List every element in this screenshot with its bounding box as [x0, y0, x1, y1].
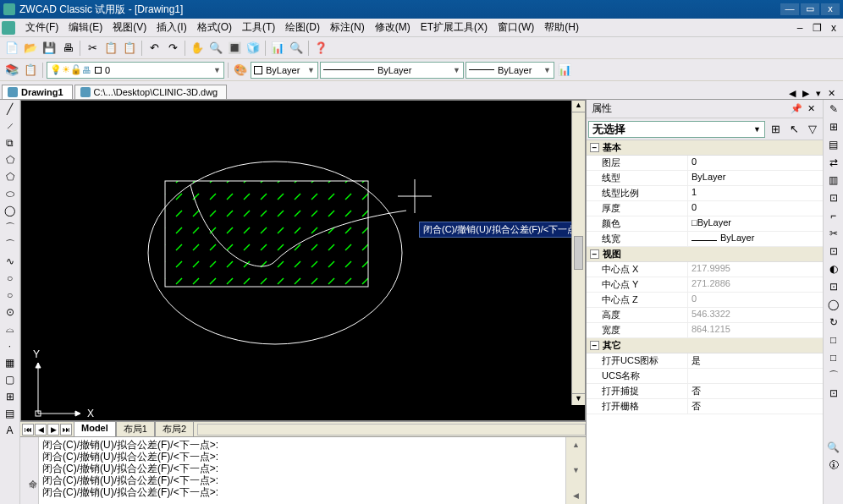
- layer-prev-icon[interactable]: 📋: [22, 62, 39, 79]
- layout-nav[interactable]: ⏭: [60, 424, 72, 436]
- draw-tool-9[interactable]: ∿: [2, 254, 19, 269]
- bylayer-icon[interactable]: 📊: [556, 62, 573, 79]
- toolbar-btn-11[interactable]: 🔳: [226, 40, 243, 57]
- draw-tool-3[interactable]: ⬠: [2, 152, 19, 167]
- color-icon[interactable]: 🎨: [232, 62, 249, 79]
- layout-tab-布局2[interactable]: 布局2: [155, 421, 194, 437]
- prop-category[interactable]: −基本: [587, 140, 823, 156]
- prop-row[interactable]: 线型比例1: [587, 186, 823, 201]
- draw-tool-0[interactable]: ╱: [2, 101, 19, 117]
- window-close-button[interactable]: x: [821, 3, 840, 15]
- toolbar-btn-2[interactable]: 💾: [41, 40, 58, 57]
- command-window[interactable]: 命令 闭合(C)/撤销(U)/拟合公差(F)/<下一点>:闭合(C)/撤销(U)…: [20, 436, 586, 504]
- pin-icon[interactable]: 📌: [788, 103, 805, 114]
- menu-帮助(H)[interactable]: 帮助(H): [539, 19, 584, 36]
- draw-tool-2[interactable]: ⧉: [2, 135, 19, 151]
- menu-插入(I)[interactable]: 插入(I): [152, 19, 191, 36]
- tab-close-button[interactable]: ✕: [825, 88, 838, 99]
- toolbar-btn-1[interactable]: 📂: [22, 40, 39, 57]
- draw-tool-1[interactable]: ⟋: [2, 118, 19, 134]
- toolbar-btn-6[interactable]: 📋: [121, 40, 138, 57]
- draw-tool-17[interactable]: ⊞: [2, 389, 19, 404]
- modify-tool-10[interactable]: ⊡: [825, 279, 842, 294]
- modify-tool-13[interactable]: □: [825, 332, 842, 348]
- menu-修改(M)[interactable]: 修改(M): [370, 19, 416, 36]
- draw-tool-6[interactable]: ◯: [2, 203, 19, 218]
- canvas-hscrollbar[interactable]: [197, 424, 586, 436]
- selection-combo[interactable]: 无选择 ▼: [588, 121, 765, 138]
- doc-tab[interactable]: C:\...\Desktop\CLINIC-3D.dwg: [74, 85, 228, 99]
- lineweight-combo[interactable]: ByLayer ▼: [466, 62, 554, 79]
- modify-tool-4[interactable]: ▥: [825, 173, 842, 188]
- color-combo[interactable]: ByLayer ▼: [251, 62, 318, 79]
- menu-ET扩展工具(X)[interactable]: ET扩展工具(X): [416, 19, 493, 36]
- draw-tool-16[interactable]: ▢: [2, 372, 19, 387]
- dynamic-input-tooltip[interactable]: 闭合(C)/撤销(U)/拟合公差(F)/<下一点>:: [419, 222, 586, 238]
- modify-tool-14[interactable]: □: [825, 350, 842, 365]
- toolbar-btn-4[interactable]: ✂: [84, 40, 101, 57]
- panel-close-icon[interactable]: ✕: [805, 103, 818, 114]
- prop-row[interactable]: 厚度0: [587, 201, 823, 216]
- draw-tool-13[interactable]: ⌓: [2, 321, 19, 337]
- layout-tab-布局1[interactable]: 布局1: [116, 421, 155, 437]
- tab-next-button[interactable]: ▶: [800, 88, 812, 99]
- draw-tool-15[interactable]: ▦: [2, 355, 19, 370]
- menu-标注(N)[interactable]: 标注(N): [325, 19, 370, 36]
- prop-row[interactable]: 线宽ByLayer: [587, 232, 823, 247]
- toolbar-btn-7[interactable]: ↶: [146, 40, 163, 57]
- toolbar-btn-3[interactable]: 🖶: [59, 40, 76, 57]
- prop-row[interactable]: 中心点 X217.9995: [587, 262, 823, 277]
- menu-文件(F)[interactable]: 文件(F): [20, 19, 63, 36]
- toolbar-btn-15[interactable]: ❓: [312, 40, 329, 57]
- modify-tool-12[interactable]: ↻: [825, 315, 842, 330]
- canvas-vscrollbar[interactable]: ▲ ▼: [571, 101, 585, 405]
- prop-row[interactable]: 图层0: [587, 156, 823, 171]
- doc-restore-button[interactable]: ❐: [809, 22, 824, 34]
- modify-tool-9[interactable]: ◐: [825, 261, 842, 277]
- drawing-canvas[interactable]: X Y 闭合(C)/撤销(U)/拟合公差(F)/<下一点>: ▲ ▼: [20, 100, 586, 421]
- modify-tool-16[interactable]: ⊡: [825, 386, 842, 401]
- command-scrollbar[interactable]: ▲▼◀: [565, 437, 586, 504]
- modify-tool-5[interactable]: ⊡: [825, 190, 842, 205]
- layer-combo[interactable]: 💡 ☀ 🔓 🖶 0 ▼: [47, 62, 224, 79]
- prop-category[interactable]: −视图: [587, 247, 823, 262]
- toolbar-btn-12[interactable]: 🧊: [245, 40, 262, 57]
- prop-row[interactable]: 中心点 Y271.2886: [587, 277, 823, 293]
- doc-tab[interactable]: Drawing1: [2, 85, 73, 99]
- properties-grid[interactable]: −基本图层0线型ByLayer线型比例1厚度0颜色□ByLayer线宽ByLay…: [587, 140, 823, 504]
- menu-窗口(W)[interactable]: 窗口(W): [493, 19, 539, 36]
- inquiry-tool-0[interactable]: 🔍: [825, 440, 842, 455]
- tab-list-button[interactable]: ▾: [813, 88, 824, 99]
- modify-tool-3[interactable]: ⇄: [825, 155, 842, 170]
- toolbar-btn-8[interactable]: ↷: [164, 40, 181, 57]
- prop-row[interactable]: 宽度864.1215: [587, 323, 823, 338]
- draw-tool-18[interactable]: ▤: [2, 406, 19, 421]
- layout-tab-Model[interactable]: Model: [74, 421, 116, 437]
- modify-tool-7[interactable]: ✂: [825, 226, 842, 241]
- toolbar-btn-9[interactable]: ✋: [189, 40, 206, 57]
- prop-row[interactable]: UCS名称: [587, 369, 823, 384]
- prop-row[interactable]: 打开捕捉否: [587, 384, 823, 399]
- draw-tool-5[interactable]: ⬭: [2, 186, 19, 201]
- prop-row[interactable]: 高度546.3322: [587, 308, 823, 323]
- draw-tool-14[interactable]: ·: [2, 338, 19, 353]
- menu-绘图(D)[interactable]: 绘图(D): [280, 19, 325, 36]
- prop-category[interactable]: −其它: [587, 338, 823, 353]
- layer-manager-icon[interactable]: 📚: [3, 62, 20, 79]
- quick-select-icon[interactable]: ⊞: [767, 121, 784, 138]
- doc-minimize-button[interactable]: –: [792, 22, 807, 34]
- modify-tool-11[interactable]: ◯: [825, 297, 842, 312]
- toolbar-btn-14[interactable]: 🔍: [288, 40, 305, 57]
- modify-tool-1[interactable]: ⊞: [825, 119, 842, 134]
- menu-格式(O)[interactable]: 格式(O): [192, 19, 237, 36]
- prop-row[interactable]: 打开UCS图标是: [587, 353, 823, 369]
- modify-tool-2[interactable]: ▤: [825, 137, 842, 152]
- menu-编辑(E)[interactable]: 编辑(E): [63, 19, 107, 36]
- draw-tool-12[interactable]: ⊙: [2, 304, 19, 320]
- draw-tool-8[interactable]: ⌒: [2, 237, 19, 252]
- command-history[interactable]: 闭合(C)/撤销(U)/拟合公差(F)/<下一点>:闭合(C)/撤销(U)/拟合…: [39, 437, 565, 504]
- inquiry-tool-1[interactable]: 🛈: [825, 457, 842, 473]
- toolbar-btn-0[interactable]: 📄: [3, 40, 20, 57]
- prop-row[interactable]: 线型ByLayer: [587, 171, 823, 186]
- draw-tool-7[interactable]: ⌒: [2, 220, 19, 235]
